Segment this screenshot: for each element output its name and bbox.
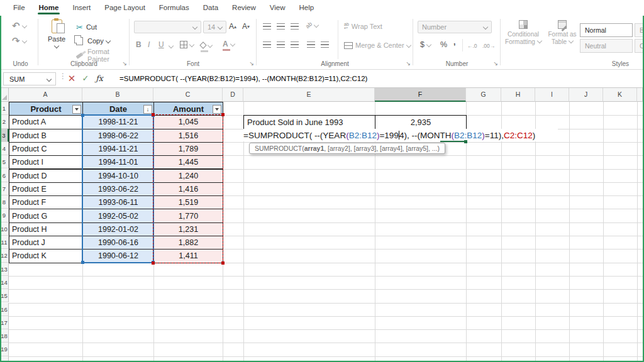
cell-B11[interactable]: 1990-06-16 [82, 236, 154, 250]
underline-button[interactable]: U [158, 40, 164, 49]
cell-A5[interactable]: Product I [9, 155, 83, 169]
accounting-format-button[interactable]: $ [420, 40, 431, 49]
cell-A2[interactable]: Product A [9, 115, 83, 129]
cell-A7[interactable]: Product E [9, 182, 83, 196]
cell-style-normal[interactable]: Normal [580, 23, 633, 37]
merge-center-button[interactable]: Merge & Center [344, 41, 411, 49]
wrap-text-button[interactable]: ab↩ Wrap Text [344, 23, 382, 30]
column-header-E[interactable]: E [243, 88, 375, 102]
cell-C4[interactable]: 1,789 [153, 142, 223, 156]
orientation-button[interactable]: ab [306, 22, 318, 28]
cell-B12[interactable]: 1990-06-12 [82, 249, 154, 263]
column-header-K[interactable]: K [603, 88, 637, 102]
cell-C6[interactable]: 1,240 [153, 169, 223, 183]
tab-review[interactable]: Review [225, 0, 263, 15]
italic-button[interactable]: I [148, 40, 150, 49]
cell-B10[interactable]: 1992-01-02 [82, 222, 154, 236]
undo-button[interactable]: ↶ [12, 20, 26, 31]
align-right-button[interactable] [291, 41, 299, 48]
column-header-A[interactable]: A [9, 88, 82, 102]
enter-button[interactable]: ✓ [79, 71, 92, 86]
row-header-12[interactable]: 12 [0, 249, 9, 262]
align-bottom-button[interactable] [291, 23, 299, 30]
cell-A6[interactable]: Product D [9, 169, 83, 183]
cell-E2[interactable]: Product Sold in June 1993 [243, 115, 375, 129]
decrease-decimal-button[interactable]: .00→ [482, 43, 495, 49]
column-header-G[interactable]: G [466, 88, 501, 102]
row-header-15[interactable]: 15 [0, 289, 9, 302]
cell-style-neutral[interactable]: Neutral [580, 39, 633, 53]
cell-C7[interactable]: 1,416 [153, 182, 223, 196]
cell-B6[interactable]: 1994-10-10 [82, 169, 154, 183]
cell-C2[interactable]: 1,045 [153, 115, 223, 129]
cell-C10[interactable]: 1,231 [153, 222, 223, 236]
row-header-16[interactable]: 16 [0, 303, 9, 316]
tab-data[interactable]: Data [196, 0, 225, 15]
cell-A11[interactable]: Product J [9, 236, 83, 250]
cell-A12[interactable]: Product K [9, 249, 83, 263]
row-header-7[interactable]: 7 [0, 182, 9, 195]
column-header-F[interactable]: F [375, 88, 466, 102]
row-header-1[interactable]: 1 [0, 102, 9, 115]
row-header-2[interactable]: 2 [0, 115, 9, 128]
redo-button[interactable]: ↷ [12, 35, 26, 47]
cell-A10[interactable]: Product H [9, 222, 83, 236]
cell-C11[interactable]: 1,882 [153, 236, 223, 250]
name-box[interactable]: SUM [3, 72, 56, 85]
cell-B3[interactable]: 1998-06-22 [82, 129, 154, 143]
column-header-I[interactable]: I [535, 88, 569, 102]
format-as-table-button[interactable]: Format as Table [546, 20, 579, 46]
copy-button[interactable]: Copy [76, 35, 110, 47]
cancel-button[interactable]: ✕ [65, 71, 78, 86]
cell-B7[interactable]: 1993-06-22 [82, 182, 154, 196]
cell-A3[interactable]: Product B [9, 129, 83, 143]
align-top-button[interactable] [263, 23, 271, 30]
formula-input[interactable]: =SUMPRODUCT( --(YEAR(B2:B12)=1994), --(M… [119, 70, 367, 87]
insert-function-button[interactable]: ƒx [93, 71, 106, 86]
increase-decimal-button[interactable]: ←.0 [467, 43, 477, 49]
cell-C5[interactable]: 1,445 [153, 155, 223, 169]
row-header-6[interactable]: 6 [0, 169, 9, 182]
font-color-button[interactable]: A [223, 40, 235, 48]
cell-A9[interactable]: Product G [9, 209, 83, 222]
clipboard-dialog-launcher[interactable]: ↘ [122, 61, 127, 67]
select-all-corner[interactable] [0, 88, 9, 102]
align-left-button[interactable] [263, 41, 271, 48]
fill-color-button[interactable] [201, 41, 212, 50]
cell-B5[interactable]: 1994-11-01 [82, 155, 154, 169]
cell-F2[interactable]: 2,935 [375, 115, 467, 129]
tab-page-layout[interactable]: Page Layout [97, 0, 152, 15]
column-header-H[interactable]: H [501, 88, 535, 102]
decrease-indent-button[interactable] [307, 41, 315, 48]
column-header-B[interactable]: B [82, 88, 153, 102]
format-painter-button[interactable]: Format Painter [76, 50, 130, 61]
alignment-dialog-launcher[interactable]: ↘ [406, 61, 411, 67]
increase-font-size-button[interactable]: A▴ [229, 22, 236, 31]
decrease-font-size-button[interactable]: A▾ [242, 22, 250, 31]
cell-C1[interactable]: Amount [153, 102, 223, 116]
font-size-combo[interactable]: 14 [203, 21, 226, 33]
cell-A4[interactable]: Product C [9, 142, 83, 156]
number-format-combo[interactable]: Number [418, 21, 492, 33]
cell-A8[interactable]: Product F [9, 195, 83, 209]
tab-insert[interactable]: Insert [65, 0, 97, 15]
cell-A1[interactable]: Product [9, 102, 83, 116]
cell-C3[interactable]: 1,516 [153, 129, 223, 143]
column-header-C[interactable]: C [153, 88, 223, 102]
filter-button-amount[interactable] [213, 105, 221, 114]
cell-B9[interactable]: 1992-05-02 [82, 209, 154, 222]
conditional-formatting-button[interactable]: Conditional Formatting [503, 20, 543, 46]
tab-formulas[interactable]: Formulas [152, 0, 196, 15]
row-header-14[interactable]: 14 [0, 276, 9, 289]
tab-help[interactable]: Help [292, 0, 321, 15]
font-name-combo[interactable] [134, 21, 201, 33]
filter-button-date[interactable]: ↓ [143, 105, 152, 114]
filter-button-product[interactable] [72, 105, 81, 114]
cell-B4[interactable]: 1994-11-21 [82, 142, 154, 156]
align-center-button[interactable] [277, 41, 285, 48]
cell-C8[interactable]: 1,519 [153, 195, 223, 209]
row-header-3[interactable]: 3 [0, 129, 9, 142]
number-dialog-launcher[interactable]: ↘ [493, 61, 498, 67]
row-header-11[interactable]: 11 [0, 236, 9, 249]
comma-style-button[interactable]: , [453, 38, 455, 47]
